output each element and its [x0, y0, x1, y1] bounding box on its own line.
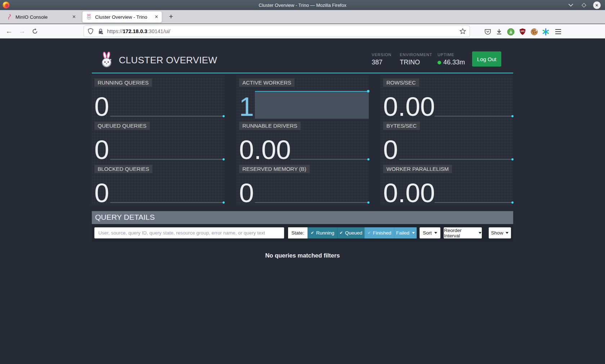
browser-toolbar: ← → https://172.18.0.3:30141/ui/ [0, 24, 605, 38]
browser-window: Cluster Overview - Trino — Mozilla Firef… [0, 0, 605, 364]
cluster-header: CLUSTER OVERVIEW VERSION 387 ENVIRONMENT… [92, 47, 513, 73]
state-filter-queued[interactable]: ✔Queued [337, 227, 364, 238]
query-details-section: QUERY DETAILS State: ✔Running ✔Queued ✔F… [92, 211, 513, 269]
stat-card-blocked-queries: BLOCKED QUERIES 0 [92, 162, 224, 205]
stat-card-runnable-drivers: RUNNABLE DRIVERS 0.00 [237, 119, 369, 162]
url-scheme: https:// [107, 28, 123, 34]
ublock-origin-icon[interactable]: UO [518, 27, 527, 36]
stat-card-queued-queries: QUEUED QUERIES 0 [92, 119, 224, 162]
reload-icon[interactable] [30, 27, 40, 36]
reorder-interval-dropdown[interactable]: Reorder Interval [444, 227, 482, 238]
window-title: Cluster Overview - Trino — Mozilla Firef… [259, 3, 346, 8]
stat-label: ROWS/SEC [383, 78, 419, 87]
lock-warning-icon[interactable] [98, 28, 103, 35]
check-icon: ✔ [311, 231, 314, 235]
stat-value: 0 [239, 180, 254, 206]
stat-card-active-workers: ACTIVE WORKERS 1 [237, 76, 369, 119]
trino-bunny-icon [86, 14, 92, 20]
logout-button[interactable]: Log Out [472, 51, 501, 67]
url-text: https://172.18.0.3:30141/ui/ [107, 28, 170, 34]
cookie-icon[interactable] [529, 27, 539, 36]
url-bar[interactable]: https://172.18.0.3:30141/ui/ [84, 26, 470, 37]
chevron-down-icon [506, 232, 508, 234]
tab-bar: MinIO Console × Cluster Overview - Trino… [0, 10, 605, 24]
tab-close-icon[interactable]: × [67, 14, 76, 20]
asterisk-extension-icon[interactable] [541, 27, 550, 36]
uptime-value: 46.33m [443, 59, 465, 66]
state-filter-group: State: ✔Running ✔Queued ✔Finished Failed [288, 227, 417, 238]
sparkline [435, 202, 513, 203]
url-host: 172.18.0.3 [123, 28, 148, 34]
version-value: 387 [372, 59, 391, 66]
stats-grid: RUNNING QUERIES 0 ACTIVE WORKERS 1 ROWS/… [92, 76, 513, 206]
environment-label: ENVIRONMENT [400, 53, 432, 57]
chevron-down-icon [434, 232, 437, 234]
state-filter-running[interactable]: ✔Running [308, 227, 337, 238]
tracking-shield-icon[interactable] [88, 28, 94, 35]
show-dropdown[interactable]: Show [489, 227, 511, 238]
stat-value: 0.00 [239, 137, 291, 163]
tab-minio-console[interactable]: MinIO Console × [3, 12, 79, 22]
bookmark-star-icon[interactable] [460, 28, 466, 35]
forward-button[interactable]: → [17, 27, 27, 36]
trino-ui-page: CLUSTER OVERVIEW VERSION 387 ENVIRONMENT… [0, 39, 605, 364]
trino-bunny-logo [100, 52, 113, 69]
stat-label: BLOCKED QUERIES [94, 165, 152, 173]
stat-label: ACTIVE WORKERS [239, 78, 295, 87]
stat-card-reserved-memory: RESERVED MEMORY (B) 0 [237, 162, 369, 205]
window-maximize-icon[interactable] [580, 1, 588, 9]
stat-value: 0.00 [383, 180, 435, 206]
stat-card-bytes-sec: BYTES/SEC 0 [381, 119, 513, 162]
environment-value: TRINO [400, 59, 432, 66]
stat-value: 0.00 [383, 94, 435, 120]
back-button[interactable]: ← [4, 27, 14, 36]
check-icon: ✔ [367, 231, 371, 235]
window-titlebar: Cluster Overview - Trino — Mozilla Firef… [0, 0, 605, 10]
page-title: CLUSTER OVERVIEW [119, 55, 217, 66]
version-meta: VERSION 387 [372, 53, 391, 66]
chevron-down-icon [479, 232, 481, 234]
stat-card-rows-sec: ROWS/SEC 0.00 [381, 76, 513, 119]
stat-value: 0 [94, 94, 109, 120]
state-filter-finished[interactable]: ✔Finished [364, 227, 394, 238]
stat-label: BYTES/SEC [383, 122, 420, 130]
stat-label: WORKER PARALLELISM [383, 165, 452, 173]
sparkline [255, 202, 369, 203]
stat-label: RUNNABLE DRIVERS [239, 122, 301, 130]
sparkline [435, 116, 513, 117]
menu-hamburger-icon[interactable] [554, 27, 563, 36]
stat-value: 0 [94, 180, 109, 206]
stat-label: RUNNING QUERIES [94, 78, 152, 87]
sparkline-filled [255, 91, 369, 119]
check-icon: ✔ [340, 231, 343, 235]
svg-text:UO: UO [521, 30, 525, 32]
state-filter-label: State: [288, 227, 308, 238]
stat-label: QUEUED QUERIES [94, 122, 150, 130]
tab-cluster-overview[interactable]: Cluster Overview - Trino × [82, 11, 162, 23]
stat-card-running-queries: RUNNING QUERIES 0 [92, 76, 224, 119]
sort-dropdown[interactable]: Sort [420, 227, 440, 238]
uptime-label: UPTIME [438, 53, 465, 57]
firefox-icon [2, 1, 10, 9]
sparkline [399, 159, 513, 160]
privacy-badger-icon[interactable] [506, 27, 515, 36]
stat-label: RESERVED MEMORY (B) [239, 165, 310, 173]
stat-value: 1 [239, 94, 254, 120]
query-details-body: State: ✔Running ✔Queued ✔Finished Failed… [92, 224, 513, 269]
empty-queries-message: No queries matched filters [92, 242, 513, 269]
window-minimize-icon[interactable] [567, 1, 575, 9]
flamingo-icon [6, 14, 12, 20]
sparkline [110, 159, 224, 160]
pocket-icon[interactable] [483, 27, 492, 36]
sparkline [110, 116, 224, 117]
sparkline [110, 202, 224, 203]
query-search-input[interactable] [94, 227, 284, 238]
stat-card-worker-parallelism: WORKER PARALLELISM 0.00 [381, 162, 513, 205]
new-tab-button[interactable]: + [166, 12, 176, 21]
chevron-down-icon [412, 232, 415, 234]
tab-close-icon[interactable]: × [150, 14, 158, 20]
window-close-icon[interactable]: × [593, 1, 601, 9]
version-label: VERSION [372, 53, 391, 57]
download-icon[interactable] [494, 27, 504, 36]
state-filter-failed-dropdown[interactable]: Failed [394, 227, 417, 238]
